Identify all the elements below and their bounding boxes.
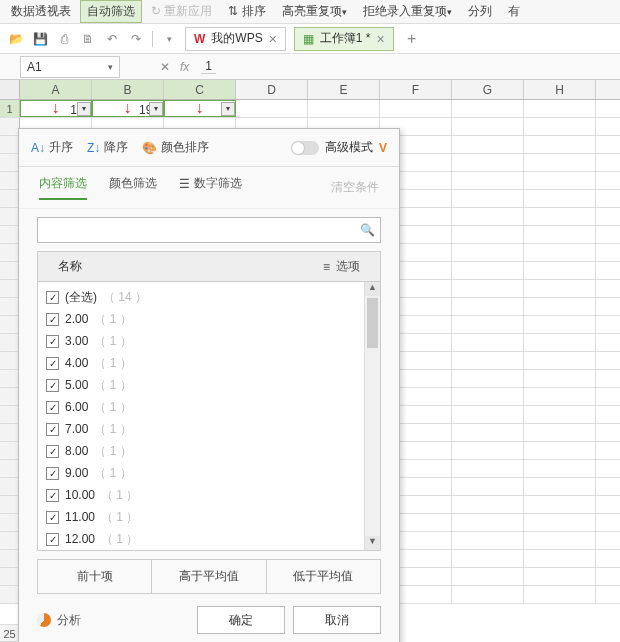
filter-dropdown-icon[interactable]: ▾ [77,102,91,116]
undo-icon[interactable]: ↶ [104,31,120,47]
cell[interactable] [452,100,524,117]
filter-item[interactable]: ✓7.00 （ 1 ） [46,418,372,440]
row-header[interactable] [0,568,20,585]
cell[interactable] [524,262,596,279]
col-header-A[interactable]: A↓ [20,80,92,99]
below-average-button[interactable]: 低于平均值 [267,560,380,593]
cell[interactable] [452,478,524,495]
cell-B1[interactable]: 199▾ [92,100,164,117]
highlight-duplicates-button[interactable]: 高亮重复项▾ [275,0,354,23]
print-icon[interactable]: ⎙ [56,31,72,47]
cell[interactable] [524,280,596,297]
row-header[interactable] [0,460,20,477]
row-header[interactable] [0,388,20,405]
cell[interactable] [524,352,596,369]
row-header[interactable] [0,262,20,279]
col-header-H[interactable]: H [524,80,596,99]
row-header[interactable] [0,226,20,243]
filter-item[interactable]: ✓5.00 （ 1 ） [46,374,372,396]
filter-dropdown-icon[interactable]: ▾ [149,102,163,116]
checkbox-icon[interactable]: ✓ [46,533,59,546]
select-all-corner[interactable] [0,80,20,99]
row-header[interactable] [0,370,20,387]
cell[interactable] [236,100,308,117]
chevron-down-icon[interactable]: ▾ [108,62,113,72]
filter-item[interactable]: ✓2.00 （ 1 ） [46,308,372,330]
tab-color-filter[interactable]: 颜色筛选 [109,175,157,200]
reject-duplicates-button[interactable]: 拒绝录入重复项▾ [356,0,459,23]
text-to-columns-button[interactable]: 分列 [461,0,499,23]
fx-icon[interactable]: fx [180,60,189,74]
cell-A1[interactable]: 1.0▾ [20,100,92,117]
row-header[interactable] [0,190,20,207]
checkbox-icon[interactable]: ✓ [46,467,59,480]
cell[interactable] [452,316,524,333]
cell[interactable] [524,190,596,207]
cell[interactable] [452,334,524,351]
cell[interactable] [452,532,524,549]
scroll-down-icon[interactable]: ▼ [365,536,380,550]
cell[interactable] [524,550,596,567]
cell[interactable] [524,532,596,549]
cell[interactable] [452,226,524,243]
row-header[interactable] [0,208,20,225]
filter-item[interactable]: ✓3.00 （ 1 ） [46,330,372,352]
vertical-scrollbar[interactable]: ▲ ▼ [364,282,380,550]
checkbox-icon[interactable]: ✓ [46,489,59,502]
reapply-button[interactable]: ↻ 重新应用 [144,0,219,23]
cell[interactable] [524,298,596,315]
checkbox-icon[interactable]: ✓ [46,335,59,348]
redo-icon[interactable]: ↷ [128,31,144,47]
cell[interactable] [524,118,596,135]
cell[interactable] [452,442,524,459]
name-box[interactable]: A1 ▾ [20,56,120,78]
cell-C1[interactable]: 1▾ [164,100,236,117]
row-header[interactable] [0,478,20,495]
save-icon[interactable]: 💾 [32,31,48,47]
options-icon[interactable]: ≡ [323,260,330,274]
col-header-C[interactable]: C↓ [164,80,236,99]
row-header[interactable] [0,298,20,315]
close-icon[interactable]: × [377,31,385,47]
filter-item[interactable]: ✓4.00 （ 1 ） [46,352,372,374]
filter-dropdown-icon[interactable]: ▾ [221,102,235,116]
filter-item[interactable]: ✓11.00 （ 1 ） [46,506,372,528]
cell[interactable] [380,100,452,117]
advanced-mode-toggle[interactable] [291,141,319,155]
cell[interactable] [524,478,596,495]
autofilter-button[interactable]: 自动筛选 [80,0,142,23]
col-header-B[interactable]: B↓ [92,80,164,99]
row-header[interactable] [0,316,20,333]
tab-number-filter[interactable]: ☰数字筛选 [179,175,242,200]
cell[interactable] [452,460,524,477]
filter-item[interactable]: ✓10.00 （ 1 ） [46,484,372,506]
cell[interactable] [524,172,596,189]
filter-item-selectall[interactable]: ✓ (全选) （ 14 ） [46,286,372,308]
cell[interactable] [452,208,524,225]
analysis-button[interactable]: 分析 [37,612,81,629]
add-tab-button[interactable]: + [402,29,422,49]
cell[interactable] [524,334,596,351]
cell[interactable] [452,118,524,135]
row-header[interactable] [0,514,20,531]
cell[interactable] [452,388,524,405]
scroll-thumb[interactable] [367,298,378,348]
row-header[interactable] [0,154,20,171]
cell[interactable] [524,514,596,531]
pivot-table-button[interactable]: 数据透视表 [4,0,78,23]
cell[interactable] [524,496,596,513]
cell[interactable] [524,154,596,171]
filter-item[interactable]: ✓8.00 （ 1 ） [46,440,372,462]
cell[interactable] [524,370,596,387]
search-icon[interactable]: 🔍 [360,223,375,237]
print-preview-icon[interactable]: 🗎 [80,31,96,47]
row-header[interactable] [0,136,20,153]
cell[interactable] [452,550,524,567]
row-header[interactable] [0,586,20,603]
col-header-F[interactable]: F [380,80,452,99]
close-icon[interactable]: × [269,31,277,47]
cell[interactable] [452,154,524,171]
tab-content-filter[interactable]: 内容筛选 [39,175,87,200]
cell[interactable] [524,388,596,405]
cell[interactable] [308,100,380,117]
